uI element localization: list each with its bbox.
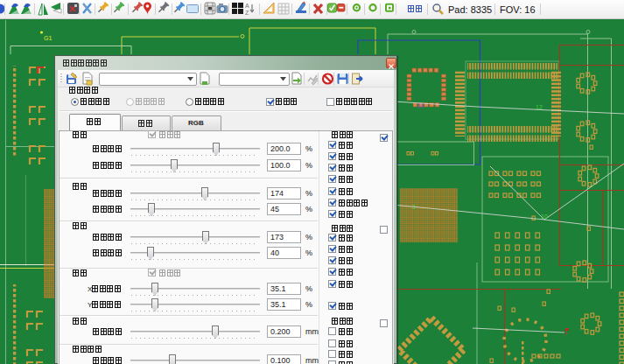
svg-text:Z: Z: [245, 10, 249, 16]
svg-text:G1: G1: [44, 35, 52, 41]
svg-text:1: 1: [564, 328, 568, 336]
svg-text:A: A: [245, 3, 249, 9]
svg-text:10: 10: [541, 214, 548, 220]
